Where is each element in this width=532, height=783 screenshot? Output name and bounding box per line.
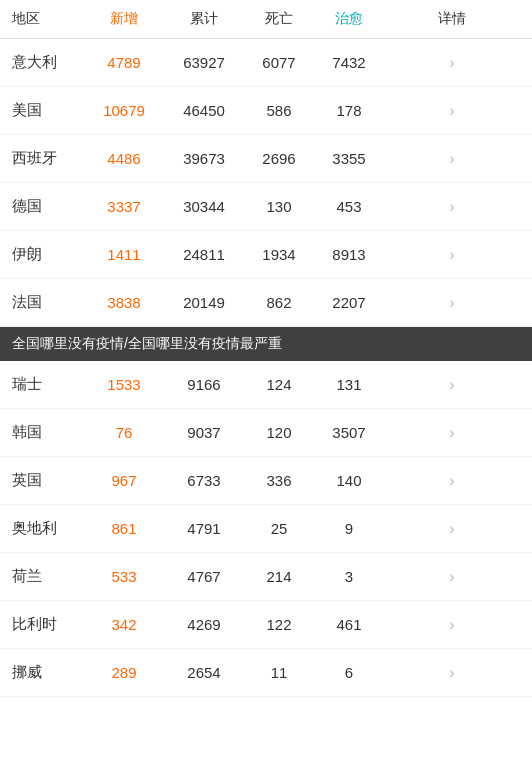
total-count: 2654 — [164, 664, 244, 681]
total-count: 6733 — [164, 472, 244, 489]
new-count: 3838 — [84, 294, 164, 311]
recover-count: 6 — [314, 664, 384, 681]
recover-count: 140 — [314, 472, 384, 489]
header-new: 新增 — [84, 10, 164, 28]
detail-chevron[interactable]: › — [384, 424, 520, 442]
total-count: 24811 — [164, 246, 244, 263]
new-count: 4789 — [84, 54, 164, 71]
total-count: 9166 — [164, 376, 244, 393]
search-banner[interactable]: 全国哪里没有疫情/全国哪里没有疫情最严重 — [0, 327, 532, 361]
region-label: 比利时 — [12, 615, 84, 634]
detail-chevron[interactable]: › — [384, 376, 520, 394]
new-count: 967 — [84, 472, 164, 489]
death-count: 586 — [244, 102, 314, 119]
recover-count: 3 — [314, 568, 384, 585]
region-label: 瑞士 — [12, 375, 84, 394]
detail-chevron[interactable]: › — [384, 54, 520, 72]
header-recovered: 治愈 — [314, 10, 384, 28]
region-label: 法国 — [12, 293, 84, 312]
new-count: 76 — [84, 424, 164, 441]
recover-count: 9 — [314, 520, 384, 537]
detail-chevron[interactable]: › — [384, 294, 520, 312]
table-row[interactable]: 伊朗 1411 24811 1934 8913 › — [0, 231, 532, 279]
banner-text: 全国哪里没有疫情/全国哪里没有疫情最严重 — [12, 335, 282, 351]
detail-chevron[interactable]: › — [384, 198, 520, 216]
recover-count: 3355 — [314, 150, 384, 167]
detail-chevron[interactable]: › — [384, 102, 520, 120]
death-count: 122 — [244, 616, 314, 633]
death-count: 120 — [244, 424, 314, 441]
recover-count: 3507 — [314, 424, 384, 441]
detail-chevron[interactable]: › — [384, 616, 520, 634]
table-row[interactable]: 荷兰 533 4767 214 3 › — [0, 553, 532, 601]
table-row[interactable]: 英国 967 6733 336 140 › — [0, 457, 532, 505]
total-count: 4791 — [164, 520, 244, 537]
new-count: 1411 — [84, 246, 164, 263]
region-label: 英国 — [12, 471, 84, 490]
region-label: 德国 — [12, 197, 84, 216]
detail-chevron[interactable]: › — [384, 472, 520, 490]
table-row[interactable]: 挪威 289 2654 11 6 › — [0, 649, 532, 697]
table-row[interactable]: 德国 3337 30344 130 453 › — [0, 183, 532, 231]
table-row[interactable]: 法国 3838 20149 862 2207 › — [0, 279, 532, 327]
death-count: 1934 — [244, 246, 314, 263]
new-count: 861 — [84, 520, 164, 537]
region-label: 挪威 — [12, 663, 84, 682]
region-label: 奥地利 — [12, 519, 84, 538]
new-count: 10679 — [84, 102, 164, 119]
death-count: 11 — [244, 664, 314, 681]
total-count: 4269 — [164, 616, 244, 633]
death-count: 214 — [244, 568, 314, 585]
detail-chevron[interactable]: › — [384, 664, 520, 682]
new-count: 289 — [84, 664, 164, 681]
header-total: 累计 — [164, 10, 244, 28]
new-count: 342 — [84, 616, 164, 633]
region-label: 西班牙 — [12, 149, 84, 168]
total-count: 20149 — [164, 294, 244, 311]
death-count: 124 — [244, 376, 314, 393]
region-label: 韩国 — [12, 423, 84, 442]
header-region: 地区 — [12, 10, 84, 28]
recover-count: 131 — [314, 376, 384, 393]
detail-chevron[interactable]: › — [384, 246, 520, 264]
death-count: 130 — [244, 198, 314, 215]
table-row[interactable]: 韩国 76 9037 120 3507 › — [0, 409, 532, 457]
total-count: 9037 — [164, 424, 244, 441]
death-count: 25 — [244, 520, 314, 537]
table-row[interactable]: 意大利 4789 63927 6077 7432 › — [0, 39, 532, 87]
recover-count: 178 — [314, 102, 384, 119]
recover-count: 2207 — [314, 294, 384, 311]
region-label: 荷兰 — [12, 567, 84, 586]
total-count: 63927 — [164, 54, 244, 71]
table-header: 地区 新增 累计 死亡 治愈 详情 — [0, 0, 532, 39]
header-deaths: 死亡 — [244, 10, 314, 28]
total-count: 39673 — [164, 150, 244, 167]
recover-count: 8913 — [314, 246, 384, 263]
table-row[interactable]: 瑞士 1533 9166 124 131 › — [0, 361, 532, 409]
death-count: 336 — [244, 472, 314, 489]
total-count: 46450 — [164, 102, 244, 119]
total-count: 4767 — [164, 568, 244, 585]
recover-count: 453 — [314, 198, 384, 215]
detail-chevron[interactable]: › — [384, 520, 520, 538]
region-label: 伊朗 — [12, 245, 84, 264]
region-label: 意大利 — [12, 53, 84, 72]
covid-table: 地区 新增 累计 死亡 治愈 详情 意大利 4789 63927 6077 74… — [0, 0, 532, 697]
new-count: 3337 — [84, 198, 164, 215]
recover-count: 7432 — [314, 54, 384, 71]
table-row[interactable]: 西班牙 4486 39673 2696 3355 › — [0, 135, 532, 183]
header-detail: 详情 — [384, 10, 520, 28]
new-count: 1533 — [84, 376, 164, 393]
detail-chevron[interactable]: › — [384, 568, 520, 586]
total-count: 30344 — [164, 198, 244, 215]
death-count: 862 — [244, 294, 314, 311]
region-label: 美国 — [12, 101, 84, 120]
recover-count: 461 — [314, 616, 384, 633]
table-row[interactable]: 奥地利 861 4791 25 9 › — [0, 505, 532, 553]
table-row[interactable]: 比利时 342 4269 122 461 › — [0, 601, 532, 649]
new-count: 533 — [84, 568, 164, 585]
detail-chevron[interactable]: › — [384, 150, 520, 168]
death-count: 6077 — [244, 54, 314, 71]
table-row[interactable]: 美国 10679 46450 586 178 › — [0, 87, 532, 135]
death-count: 2696 — [244, 150, 314, 167]
